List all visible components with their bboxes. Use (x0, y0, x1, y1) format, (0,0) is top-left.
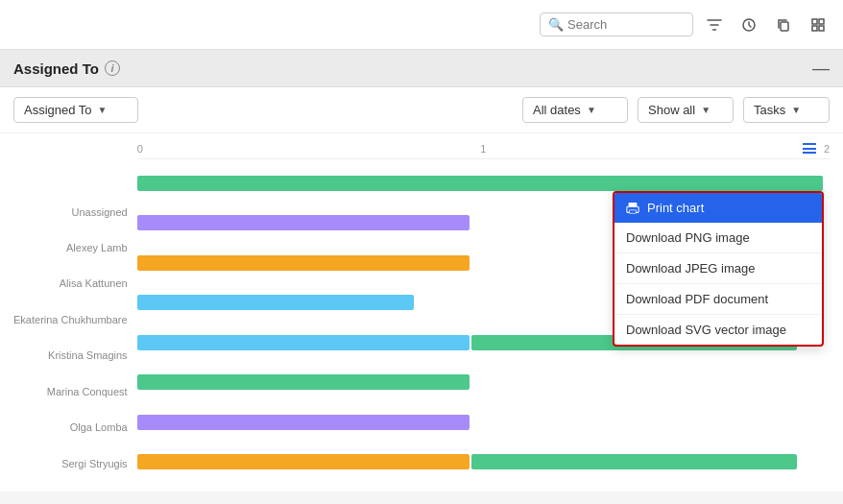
chart-label: Ekaterina Chukhumbare (13, 306, 128, 333)
bar-segment-purple (137, 415, 470, 430)
context-menu: Print chartDownload PNG imageDownload JP… (613, 191, 824, 347)
context-menu-item-download-pdf[interactable]: Download PDF document (614, 284, 822, 315)
group-by-chevron: ▼ (98, 105, 108, 115)
filter-icon[interactable] (701, 12, 728, 38)
axis-tick-2: 2 (824, 143, 830, 155)
show-dropdown[interactable]: Show all ▼ (638, 97, 734, 123)
chart-label: Unassigned (13, 199, 128, 226)
svg-rect-3 (819, 19, 824, 24)
search-input[interactable] (567, 17, 685, 32)
context-menu-item-download-jpeg[interactable]: Download JPEG image (614, 253, 822, 284)
svg-rect-5 (819, 26, 824, 31)
collapse-icon[interactable]: — (812, 60, 830, 77)
chart-label: Olga Lomba (13, 415, 128, 442)
bar-segment-cyan (137, 295, 415, 310)
filter-bar: Assigned To ▼ All dates ▼ Show all ▼ Tas… (0, 87, 843, 133)
show-chevron: ▼ (701, 105, 711, 115)
context-menu-item-download-png[interactable]: Download PNG image (614, 223, 822, 253)
group-by-dropdown[interactable]: Assigned To ▼ (13, 97, 138, 123)
info-icon[interactable]: i (105, 60, 120, 76)
context-menu-print[interactable]: Print chart (614, 193, 822, 223)
group-by-label: Assigned To (24, 103, 92, 117)
copy-icon[interactable] (770, 12, 797, 38)
axis-tick-1: 1 (480, 143, 486, 155)
section-title-group: Assigned To i (13, 60, 120, 77)
bar-row (137, 448, 830, 475)
svg-rect-6 (629, 202, 638, 205)
chart-label: Marina Conquest (13, 378, 128, 405)
bar-segment-cyan (137, 335, 470, 350)
history-icon[interactable] (735, 12, 762, 38)
bar-row (137, 369, 830, 396)
bar-segment-green (471, 454, 797, 469)
chart-label: Kristina Smagins (13, 343, 128, 370)
task-type-label: Tasks (754, 103, 785, 117)
date-range-dropdown[interactable]: All dates ▼ (522, 97, 628, 123)
task-type-dropdown[interactable]: Tasks ▼ (743, 97, 830, 123)
task-type-chevron: ▼ (791, 105, 801, 115)
grid-icon[interactable] (805, 12, 831, 38)
bar-segment-purple (137, 215, 470, 230)
svg-rect-4 (812, 26, 817, 31)
bar-segment-green (137, 374, 470, 390)
section-title-text: Assigned To (13, 60, 99, 77)
axis-tick-0: 0 (137, 143, 143, 155)
chart-labels: UnassignedAlexey LambAlisa KattunenEkate… (13, 143, 137, 482)
search-icon: 🔍 (548, 17, 564, 32)
axis-line: 0 1 2 (137, 143, 830, 159)
svg-rect-8 (630, 209, 637, 213)
search-box[interactable]: 🔍 (540, 12, 693, 36)
bar-segment-green (137, 176, 823, 191)
bar-row (137, 409, 830, 436)
show-label: Show all (648, 103, 695, 117)
svg-rect-1 (781, 22, 788, 31)
date-range-chevron: ▼ (587, 105, 596, 115)
bar-segment-orange (137, 255, 470, 271)
context-menu-item-download-svg[interactable]: Download SVG vector image (614, 315, 822, 345)
section-header: Assigned To i — (0, 50, 843, 87)
context-menu-print-label: Print chart (647, 201, 704, 215)
chart-area: UnassignedAlexey LambAlisa KattunenEkate… (0, 133, 843, 492)
hamburger-menu-icon[interactable] (803, 143, 816, 154)
svg-rect-2 (812, 19, 817, 24)
chart-label: Sergi Stryugis (13, 450, 128, 477)
toolbar: 🔍 (0, 0, 843, 50)
chart-label: Alisa Kattunen (13, 271, 128, 298)
chart-label: Alexey Lamb (13, 235, 128, 262)
bar-segment-orange (137, 454, 470, 469)
date-range-label: All dates (533, 103, 581, 117)
